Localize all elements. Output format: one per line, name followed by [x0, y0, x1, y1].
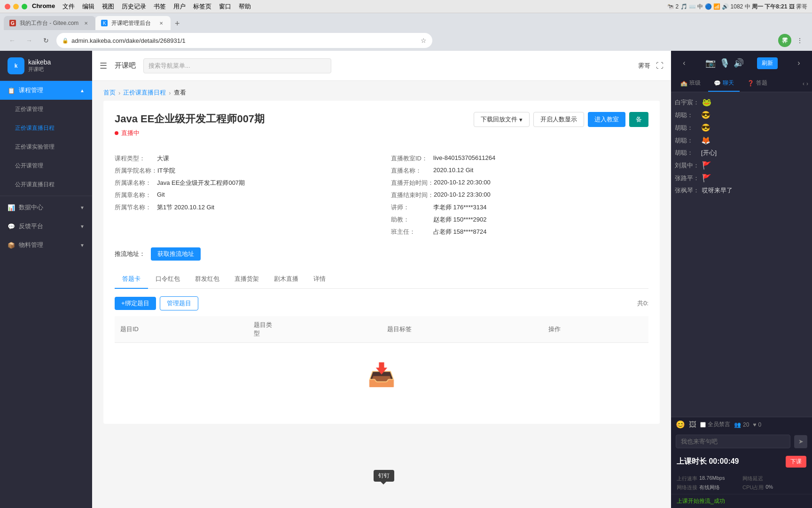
download-btn[interactable]: 下载回放文件 ▾ — [474, 112, 530, 127]
panel-nav-prev[interactable]: ‹ — [803, 80, 804, 87]
user-avatar[interactable]: 霁 — [778, 34, 791, 47]
timer-label: 上课时长 00:00:49 — [677, 457, 739, 467]
mic-icon[interactable]: 🎙️ — [719, 58, 730, 68]
menu-bookmarks[interactable]: 书签 — [154, 2, 166, 11]
menu-help[interactable]: 帮助 — [239, 2, 251, 11]
stat-latency: 网络延迟 — [742, 475, 806, 482]
panel-chevron-left[interactable]: ‹ — [677, 56, 692, 71]
enter-class-btn[interactable]: 进入教室 — [588, 112, 625, 127]
menu-file[interactable]: 文件 — [62, 2, 75, 11]
bind-question-btn[interactable]: +绑定题目 — [115, 297, 156, 310]
menu-users[interactable]: 用户 — [173, 2, 186, 11]
tab-gitee-close[interactable]: ✕ — [82, 19, 90, 27]
hamburger-btn[interactable]: ☰ — [100, 61, 107, 71]
sidebar-item-zhengji-live[interactable]: 正价课直播日程 — [0, 119, 92, 137]
expand-btn[interactable]: ⛶ — [656, 62, 664, 70]
tab-gitee-label: 我的工作台 - Gitee.com — [20, 19, 78, 27]
info-value-room-id: live-840153705611264 — [433, 154, 495, 163]
mute-checkbox-input[interactable] — [700, 422, 706, 428]
profile-icon[interactable]: 霁 — [778, 34, 791, 47]
forward-btn[interactable]: → — [23, 34, 36, 47]
panel-chevron-right[interactable]: › — [791, 56, 806, 71]
emoji-btn[interactable]: 😊 — [676, 420, 685, 429]
chat-send-btn[interactable]: ➤ — [794, 435, 807, 448]
tab-password-red[interactable]: 口令红包 — [148, 270, 187, 289]
bookmark-star-icon[interactable]: ☆ — [421, 37, 427, 44]
extra-btn[interactable]: 备 — [629, 112, 648, 127]
sidebar-divider — [0, 196, 92, 196]
stat-upload-rate-value: 18.76Mbps — [699, 475, 725, 482]
back-btn[interactable]: ← — [6, 34, 19, 47]
breadcrumb-home[interactable]: 首页 — [103, 88, 116, 97]
info-row-live-name: 直播名称： 2020.10.12 Git — [391, 167, 648, 175]
course-mgmt-toggle-icon[interactable]: ▲ — [80, 88, 85, 93]
tab-kaikeba[interactable]: K 开课吧管理后台 ✕ — [95, 16, 171, 30]
feedback-toggle-icon[interactable]: ▼ — [80, 224, 85, 229]
panel-tab-class-label: 班级 — [689, 79, 701, 87]
panel-tab-class[interactable]: 🏫 班级 — [675, 75, 706, 92]
end-class-btn[interactable]: 下课 — [786, 456, 806, 468]
manage-question-btn[interactable]: 管理题目 — [160, 296, 198, 310]
close-window-btn[interactable] — [5, 4, 10, 9]
get-stream-url-btn[interactable]: 获取推流地址 — [151, 247, 201, 261]
tab-script-live[interactable]: 剧木直播 — [266, 270, 306, 289]
menu-window[interactable]: 窗口 — [219, 2, 231, 11]
refresh-btn[interactable]: ↻ — [39, 34, 53, 47]
new-tab-btn[interactable]: + — [171, 17, 184, 30]
info-label-section: 所属节名称： — [115, 203, 157, 212]
mac-menubar[interactable]: Chrome 文件 编辑 视图 历史记录 书签 用户 标签页 窗口 帮助 — [32, 2, 251, 11]
chat-input[interactable] — [676, 435, 790, 448]
breadcrumb-schedule[interactable]: 正价课直播日程 — [123, 88, 166, 97]
tab-answer-card[interactable]: 答题卡 — [115, 270, 148, 289]
address-bar[interactable]: 🔒 admin.kaikeba.com/dake/details/268931/… — [56, 33, 432, 48]
tab-group-red[interactable]: 群发红包 — [187, 270, 227, 289]
material-toggle-icon[interactable]: ▼ — [80, 243, 85, 248]
sidebar-item-zhengji-course[interactable]: 正价课管理 — [0, 100, 92, 119]
sidebar-item-course-mgmt[interactable]: 📋 课程管理 ▲ — [0, 81, 92, 100]
menu-edit[interactable]: 编辑 — [82, 2, 94, 11]
topnav-search[interactable]: 搜索导航菜单... — [143, 58, 331, 73]
minimize-window-btn[interactable] — [13, 4, 19, 9]
stat-latency-label: 网络延迟 — [742, 475, 763, 482]
menu-view[interactable]: 视图 — [102, 2, 114, 11]
main-content: ☰ 开课吧 搜索导航菜单... 霁哥 ⛶ 首页 › 正价课直播日程 › 查看 — [92, 51, 671, 508]
menu-chrome[interactable]: Chrome — [32, 2, 55, 11]
omnibox-bar: ← → ↻ 🔒 admin.kaikeba.com/dake/details/2… — [0, 30, 812, 51]
show-count-btn[interactable]: 开启人数显示 — [533, 112, 584, 127]
tab-live-shelf[interactable]: 直播货架 — [227, 270, 266, 289]
panel-tab-chat[interactable]: 💬 聊天 — [708, 75, 740, 92]
panel-nav-next[interactable]: › — [806, 80, 808, 87]
fullscreen-window-btn[interactable] — [22, 4, 27, 9]
sidebar-item-material[interactable]: 📦 物料管理 ▼ — [0, 236, 92, 254]
sidebar-logo: k kaikeba 开课吧 — [0, 51, 92, 81]
data-center-toggle-icon[interactable]: ▼ — [80, 205, 85, 210]
sidebar-item-feedback[interactable]: 💬 反馈平台 ▼ — [0, 217, 92, 236]
image-btn[interactable]: 🖼 — [689, 421, 696, 429]
mute-all-checkbox[interactable]: 全员禁言 — [700, 421, 730, 429]
panel-tab-answer[interactable]: ❓ 答题 — [742, 75, 773, 92]
extensions-btn[interactable]: ⋮ — [793, 34, 806, 47]
logo-subtext: 开课吧 — [28, 66, 51, 73]
window-controls[interactable] — [5, 4, 27, 9]
tab-kaikeba-close[interactable]: ✕ — [157, 19, 165, 27]
tab-gitee[interactable]: G 我的工作台 - Gitee.com ✕ — [4, 16, 95, 30]
sidebar-item-zhengji-lab[interactable]: 正价课实验管理 — [0, 137, 92, 156]
panel-mic-group: 📷 🎙️ 🔊 — [705, 58, 744, 68]
streaming-addr: 推流地址： 获取推流地址 — [115, 247, 648, 261]
sidebar-item-open-course[interactable]: 公开课管理 — [0, 156, 92, 175]
menu-tabs[interactable]: 标签页 — [193, 2, 211, 11]
sidebar-item-data-center[interactable]: 📊 数据中心 ▼ — [0, 198, 92, 217]
chat-emoji-0: 🐸 — [702, 98, 711, 107]
speaker-icon[interactable]: 🔊 — [734, 58, 744, 68]
tab-detail[interactable]: 详情 — [306, 270, 333, 289]
course-mgmt-icon: 📋 — [8, 87, 15, 94]
chat-messages[interactable]: 白宇宸： 🐸 胡聪： 😎 胡聪： 😎 胡聪： 🦊 胡聪： [开心] 刘晨中： — [671, 92, 812, 417]
right-panel: ‹ 📷 🎙️ 🔊 刷新 › 🏫 班级 💬 聊天 — [671, 51, 812, 508]
chat-msg-0: 白宇宸： 🐸 — [675, 96, 808, 109]
info-row-course: 所属课名称： Java EE企业级开发工程师007期 — [115, 179, 372, 187]
camera-icon[interactable]: 📷 — [705, 58, 716, 68]
table-count: 共0: — [637, 299, 648, 308]
menu-history[interactable]: 历史记录 — [122, 2, 146, 11]
sidebar-item-open-live[interactable]: 公开课直播日程 — [0, 175, 92, 194]
panel-refresh-btn[interactable]: 刷新 — [757, 57, 778, 69]
